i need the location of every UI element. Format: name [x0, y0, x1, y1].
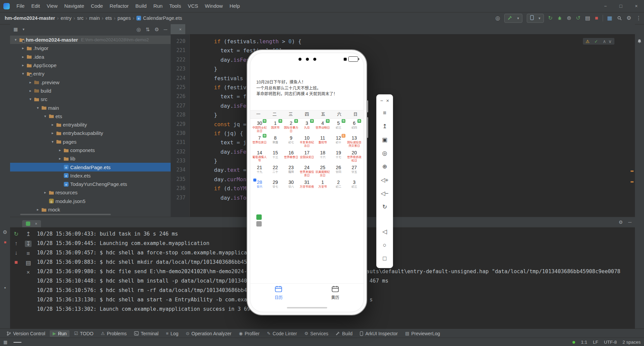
- tree-item-appscope[interactable]: ▸AppScope: [10, 61, 171, 69]
- calendar-day-cell[interactable]: 2初二: [331, 179, 346, 193]
- preview-target-icon[interactable]: [495, 15, 500, 21]
- chevron-down-icon[interactable]: ▾: [50, 140, 55, 144]
- inspections-widget[interactable]: ✓ ∧∨: [583, 38, 615, 45]
- tree-item-mock[interactable]: ▸mock: [10, 205, 171, 214]
- screenshot-icon[interactable]: [382, 133, 387, 146]
- tree-item-calendarpage-ets[interactable]: eCalendarPage.ets: [10, 163, 171, 171]
- chevron-down-icon[interactable]: ▾: [28, 97, 33, 101]
- close-button[interactable]: [629, 0, 644, 12]
- target-icon[interactable]: [136, 27, 141, 32]
- chevron-right-icon[interactable]: ▸: [50, 131, 55, 135]
- tool-tab-code-linter[interactable]: Code Linter: [264, 330, 300, 337]
- settings-icon[interactable]: [627, 15, 631, 21]
- close-icon[interactable]: [35, 222, 37, 226]
- scroll-end-icon[interactable]: [25, 241, 32, 247]
- tree-item-lib[interactable]: ▸lib: [10, 154, 171, 163]
- tree-item-index-ets[interactable]: eIndex.ets: [10, 171, 171, 180]
- tree-item-module-json5[interactable]: {}module.json5: [10, 197, 171, 205]
- breadcrumb-item[interactable]: main: [89, 15, 100, 21]
- chevron-right-icon[interactable]: ▸: [57, 156, 63, 161]
- stop-icon[interactable]: [14, 259, 18, 265]
- calendar-day-cell[interactable]: 7世界住房日休: [252, 134, 267, 149]
- horizontal-scrollbar[interactable]: [20, 214, 111, 215]
- menu-refactor[interactable]: Refactor: [106, 0, 132, 12]
- calendar-day-cell[interactable]: 2国际非暴力日休: [283, 119, 299, 134]
- chevron-down-icon[interactable]: ▾: [20, 71, 26, 76]
- menu-tools[interactable]: Tools: [166, 0, 184, 12]
- close-icon[interactable]: ×: [179, 27, 182, 32]
- tool-tab-build[interactable]: Build: [333, 330, 355, 337]
- menu-window[interactable]: Window: [202, 0, 226, 12]
- calendar-day-cell[interactable]: 28廿六: [252, 179, 267, 193]
- search-icon[interactable]: [617, 16, 622, 20]
- status-item[interactable]: 2 spaces: [622, 340, 641, 345]
- calendar-day-cell[interactable]: 13国际减轻自然灾害日: [346, 134, 362, 149]
- phone-tab-calendar[interactable]: 日历: [250, 284, 307, 302]
- calendar-day-cell[interactable]: 6初四休: [346, 119, 362, 134]
- editor-tab-calendarpage[interactable]: ×: [171, 24, 186, 34]
- menu-run[interactable]: Run: [150, 0, 166, 12]
- clear-icon[interactable]: [27, 269, 30, 275]
- rerun-icon[interactable]: [548, 15, 553, 21]
- calendar-day-cell[interactable]: 1万圣节: [315, 179, 331, 193]
- calendar-day-cell[interactable]: 17全国扶贫日: [299, 149, 315, 164]
- tree-item-src[interactable]: ▾src: [10, 95, 171, 103]
- calendar-day-cell[interactable]: 8寒露: [267, 134, 283, 149]
- more-icon[interactable]: [636, 15, 641, 21]
- scroll-top-icon[interactable]: [382, 119, 387, 133]
- tool-tab-terminal[interactable]: Terminal: [131, 330, 162, 337]
- breadcrumb-file[interactable]: eCalendarPage.ets: [136, 15, 182, 21]
- chevron-right-icon[interactable]: ▸: [35, 207, 41, 212]
- calendar-day-cell[interactable]: 19十七: [331, 149, 346, 164]
- chevron-right-icon[interactable]: ▸: [20, 46, 26, 50]
- stop-icon[interactable]: [595, 15, 598, 21]
- settings-icon[interactable]: [619, 220, 623, 225]
- calendar-day-cell[interactable]: 26廿四: [331, 164, 346, 179]
- coverage-icon[interactable]: [567, 15, 571, 21]
- tool-tab-version-control[interactable]: Version Control: [3, 330, 48, 337]
- home-indicator[interactable]: [287, 307, 327, 309]
- tree-item-entryability[interactable]: ▸entryability: [10, 120, 171, 129]
- chevron-right-icon[interactable]: ▸: [57, 148, 63, 152]
- menu-edit[interactable]: Edit: [28, 0, 43, 12]
- print-icon[interactable]: [26, 260, 31, 266]
- status-item[interactable]: LF: [593, 340, 598, 345]
- tree-item--idea[interactable]: ▸.idea: [10, 53, 171, 61]
- maximize-button[interactable]: [613, 0, 629, 12]
- status-item[interactable]: UTF-8: [604, 340, 617, 345]
- stop-tool-icon[interactable]: [4, 240, 6, 244]
- chevron-right-icon[interactable]: ▸: [28, 89, 33, 93]
- chevron-down-icon[interactable]: ▾: [35, 106, 41, 110]
- settings-icon[interactable]: [155, 27, 159, 32]
- notifications-bell-icon[interactable]: [637, 39, 642, 44]
- run-tab-entry[interactable]: [22, 220, 41, 227]
- calendar-day-cell[interactable]: 14葡萄酒情人节: [252, 149, 267, 164]
- down-icon[interactable]: [15, 250, 18, 256]
- volume-up-icon[interactable]: [381, 173, 388, 187]
- tool-tab-previewerlog[interactable]: PreviewerLog: [402, 330, 443, 337]
- calendar-day-cell[interactable]: 15十三: [267, 149, 283, 164]
- up-icon[interactable]: [15, 241, 18, 246]
- tree-item-todayyunchengpage-ets[interactable]: eTodayYunChengPage.ets: [10, 180, 171, 188]
- bug-icon[interactable]: [557, 16, 562, 20]
- calendar-day-cell[interactable]: 16世界粮食日: [283, 149, 299, 164]
- scroll-top-icon[interactable]: [26, 231, 31, 237]
- tree-item-build[interactable]: ▸build: [10, 87, 171, 95]
- calendar-day-cell[interactable]: 29廿七: [267, 179, 283, 193]
- tree-item-resources[interactable]: ▸resources: [10, 188, 171, 197]
- chevron-right-icon[interactable]: ▸: [28, 80, 33, 85]
- build-tool-icon[interactable]: [3, 230, 7, 235]
- editor-body[interactable]: 2202212222232242252262272282292302312322…: [171, 34, 635, 217]
- calendar-day-cell[interactable]: 20世界骨质疏松日: [346, 149, 362, 164]
- chevron-right-icon[interactable]: ▸: [20, 55, 26, 59]
- chevron-down-icon[interactable]: ▾: [13, 38, 18, 42]
- back-icon[interactable]: [382, 225, 387, 238]
- menu-navigate[interactable]: Navigate: [61, 0, 87, 12]
- device-file-browser-icon[interactable]: [607, 15, 612, 21]
- tree-item--hvigor[interactable]: ▸.hvigor: [10, 44, 171, 52]
- calendar-day-cell[interactable]: 18十六: [315, 149, 331, 164]
- tool-tab-todo[interactable]: TODO: [71, 330, 96, 337]
- menu-view[interactable]: View: [43, 0, 61, 12]
- soft-wrap-icon[interactable]: [27, 251, 30, 256]
- chevron-down-icon[interactable]: ▾: [42, 114, 48, 118]
